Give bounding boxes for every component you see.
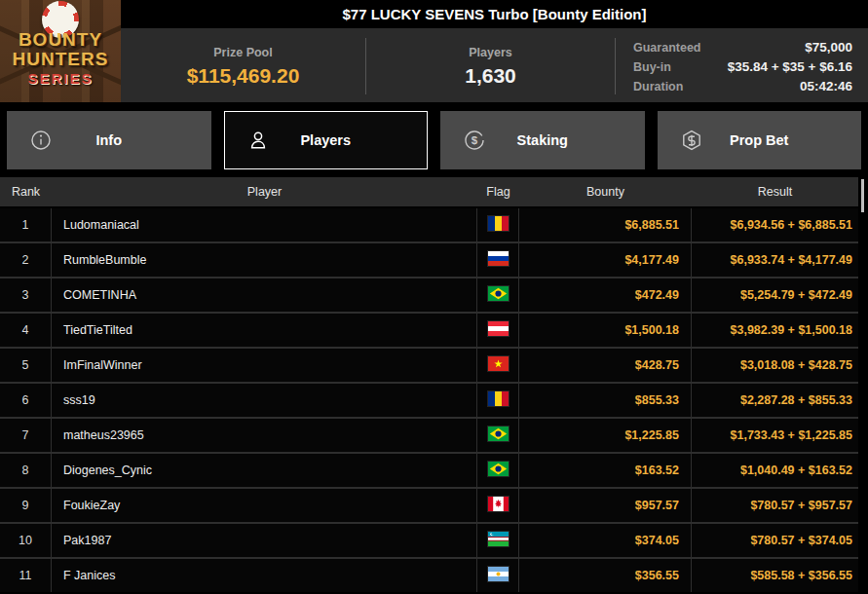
result-value: $6,934.56 + $6,885.51 xyxy=(692,208,858,241)
player-name: RumbleBumble xyxy=(52,243,477,277)
flag-uzbekistan-icon xyxy=(488,532,509,550)
table-row[interactable]: 7matheus23965$1,225.85$1,733.43 + $1,225… xyxy=(0,419,858,452)
bounty-value: $163.52 xyxy=(519,454,692,487)
table-row[interactable]: 8Diogenes_Cynic$163.52$1,040.49 + $163.5… xyxy=(0,454,858,487)
player-name: Diogenes_Cynic xyxy=(52,454,477,487)
logo-text-hunters: HUNTERS xyxy=(0,49,121,70)
logo-text-bounty: BOUNTY xyxy=(0,29,121,51)
table-row[interactable]: 10Pak1987$374.05$780.57 + $374.05 xyxy=(0,524,858,557)
table-row[interactable]: 4TiedTieTilted$1,500.18$3,982.39 + $1,50… xyxy=(0,314,858,347)
tournament-title: $77 LUCKY SEVENS Turbo [Bounty Edition] xyxy=(343,6,647,22)
rank-cell: 5 xyxy=(0,349,52,382)
title-bar: $77 LUCKY SEVENS Turbo [Bounty Edition] xyxy=(121,0,868,28)
result-value: $6,933.74 + $4,177.49 xyxy=(692,243,858,277)
result-value: $1,040.49 + $163.52 xyxy=(692,454,858,487)
result-value: $1,733.43 + $1,225.85 xyxy=(692,419,858,452)
player-name: sss19 xyxy=(52,384,477,417)
tournament-window: BOUNTY HUNTERS SERIES $77 LUCKY SEVENS T… xyxy=(0,0,868,594)
result-value: $3,018.08 + $428.75 xyxy=(692,349,858,382)
bounty-value: $1,500.18 xyxy=(519,314,692,347)
flag-romania-icon xyxy=(488,216,509,235)
rank-cell: 6 xyxy=(0,384,52,417)
players-count-label: Players xyxy=(469,46,511,59)
detail-row-duration: Duration05:42:46 xyxy=(633,79,852,93)
rank-cell: 4 xyxy=(0,314,52,347)
bounty-value: $957.57 xyxy=(519,489,692,522)
player-name: matheus23965 xyxy=(52,419,477,452)
table-row[interactable]: 5ImFinalWinner$428.75$3,018.08 + $428.75 xyxy=(0,349,858,382)
header-cell-player: Player xyxy=(52,185,477,199)
player-name: F Janices xyxy=(52,559,477,592)
bounty-value: $6,885.51 xyxy=(519,208,692,241)
player-name: COMETINHA xyxy=(52,278,477,312)
flag-romania-icon xyxy=(488,391,509,410)
players-table: RankPlayerFlagBountyResult 1Ludomaniacal… xyxy=(0,177,868,592)
flag-brazil-icon xyxy=(488,427,509,445)
tab-prop-bet[interactable]: Prop Bet xyxy=(658,111,862,169)
rank-cell: 3 xyxy=(0,278,52,312)
tab-staking[interactable]: $Staking xyxy=(440,111,645,169)
table-header: RankPlayerFlagBountyResult xyxy=(0,177,868,206)
tab-label: Staking xyxy=(517,132,568,148)
flag-brazil-icon xyxy=(488,286,509,305)
tab-label: Info xyxy=(95,132,122,148)
rank-cell: 7 xyxy=(0,419,52,452)
players-icon xyxy=(246,129,270,152)
detail-label: Duration xyxy=(633,80,683,93)
result-value: $780.57 + $374.05 xyxy=(692,524,858,557)
bounty-hunters-series-logo: BOUNTY HUNTERS SERIES xyxy=(0,0,121,102)
tab-label: Players xyxy=(300,132,351,148)
bounty-value: $4,177.49 xyxy=(519,243,692,277)
rank-cell: 11 xyxy=(0,559,52,592)
bounty-value: $1,225.85 xyxy=(519,419,692,452)
logo-text-series: SERIES xyxy=(0,70,121,87)
result-value: $585.58 + $356.55 xyxy=(692,559,858,592)
table-scrollbar[interactable] xyxy=(858,177,868,594)
player-name: Ludomaniacal xyxy=(52,208,477,241)
tab-players[interactable]: Players xyxy=(224,111,429,169)
rank-cell: 10 xyxy=(0,524,52,557)
flag-canada-icon xyxy=(488,497,509,515)
rank-cell: 9 xyxy=(0,489,52,522)
flag-vietnam-icon xyxy=(488,356,509,375)
table-row[interactable]: 9FoukieZay$957.57$780.57 + $957.57 xyxy=(0,489,858,522)
detail-value: 05:42:46 xyxy=(800,79,852,93)
scrollbar-thumb[interactable] xyxy=(861,179,864,212)
result-value: $3,982.39 + $1,500.18 xyxy=(692,314,858,347)
detail-value: $35.84 + $35 + $6.16 xyxy=(728,59,852,74)
table-row[interactable]: 3COMETINHA$472.49$5,254.79 + $472.49 xyxy=(0,278,858,312)
detail-row-buy-in: Buy-in$35.84 + $35 + $6.16 xyxy=(633,59,852,74)
result-value: $5,254.79 + $472.49 xyxy=(692,278,858,312)
bounty-value: $374.05 xyxy=(519,524,692,557)
staking-icon: $ xyxy=(463,129,486,152)
players-count-section: Players 1,630 xyxy=(366,28,615,104)
prize-pool-section: Prize Pool $115,469.20 xyxy=(121,28,365,104)
tab-bar: InfoPlayers$StakingProp Bet xyxy=(0,102,868,177)
bounty-value: $472.49 xyxy=(519,278,692,312)
player-name: FoukieZay xyxy=(52,489,477,522)
players-count-value: 1,630 xyxy=(465,64,516,88)
player-name: TiedTieTilted xyxy=(52,314,477,347)
rank-cell: 8 xyxy=(0,454,52,487)
table-row[interactable]: 2RumbleBumble$4,177.49$6,933.74 + $4,177… xyxy=(0,243,858,277)
tab-label: Prop Bet xyxy=(730,132,788,148)
bounty-value: $356.55 xyxy=(519,559,692,592)
detail-label: Guaranteed xyxy=(633,41,700,55)
table-rows: 1Ludomaniacal$6,885.51$6,934.56 + $6,885… xyxy=(0,208,858,592)
flag-argentina-icon xyxy=(488,567,509,585)
player-name: Pak1987 xyxy=(52,524,477,557)
table-row[interactable]: 6sss19$855.33$2,287.28 + $855.33 xyxy=(0,384,858,417)
table-row[interactable]: 11F Janices$356.55$585.58 + $356.55 xyxy=(0,559,858,592)
svg-text:$: $ xyxy=(472,134,478,146)
bounty-value: $428.75 xyxy=(519,349,692,382)
tab-info[interactable]: Info xyxy=(7,111,211,169)
header-cell-flag: Flag xyxy=(477,185,519,199)
prize-pool-value: $115,469.20 xyxy=(187,64,300,88)
table-row[interactable]: 1Ludomaniacal$6,885.51$6,934.56 + $6,885… xyxy=(0,208,858,241)
rank-cell: 2 xyxy=(0,243,52,277)
result-value: $2,287.28 + $855.33 xyxy=(692,384,858,417)
player-name: ImFinalWinner xyxy=(52,349,477,382)
detail-label: Buy-in xyxy=(633,60,671,74)
prop-bet-icon xyxy=(680,129,703,152)
flag-austria-icon xyxy=(488,321,509,340)
